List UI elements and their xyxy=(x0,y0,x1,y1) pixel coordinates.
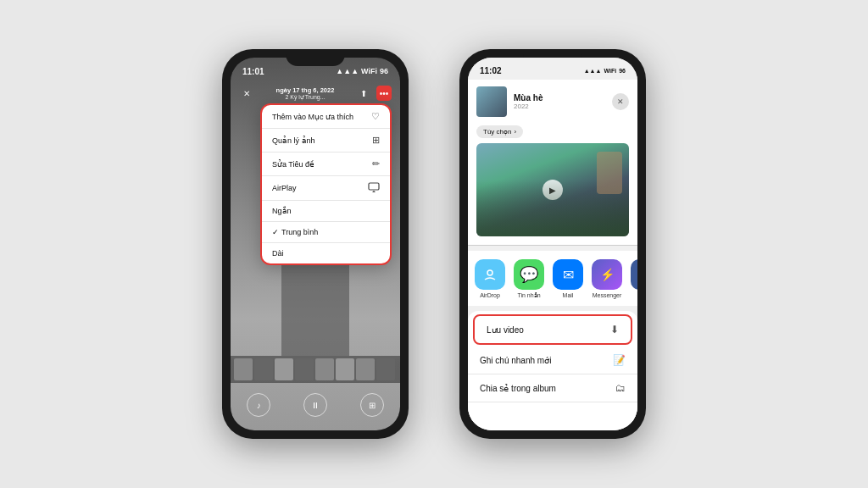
menu-label-edit-title: Sửa Tiêu đề xyxy=(272,160,372,169)
wifi-icon: WiFi xyxy=(361,67,377,75)
options-button[interactable]: Tùy chọn › xyxy=(476,125,523,138)
photo-preview: ▶ xyxy=(476,143,629,236)
check-icon: ✓ xyxy=(272,228,279,236)
dropdown-menu: Thêm vào Mục ưa thích ♡ Quản lý ảnh ⊞ Sử… xyxy=(260,103,392,265)
album-year: 2022 xyxy=(514,103,542,110)
signal-icon-2: ▲▲▲ xyxy=(584,68,602,74)
share-sheet: Mùa hè 2022 ✕ Tùy chọn › ▶ xyxy=(468,80,637,430)
film-thumb xyxy=(254,358,273,380)
menu-label-medium: Trung bình xyxy=(281,228,380,236)
preview-header-left: Mùa hè 2022 xyxy=(476,86,542,117)
phone1-background: 11:01 ▲▲▲ WiFi 96 ✕ ngày 17 thg 6, 2022 … xyxy=(231,58,400,430)
bottom-controls: ♪ ⏸ ⊞ xyxy=(231,393,400,417)
battery-icon: 96 xyxy=(380,67,388,75)
film-strip xyxy=(231,356,400,383)
airdrop-icon xyxy=(475,259,505,290)
save-video-wrapper: Lưu video ⬇ xyxy=(473,314,632,345)
film-thumb xyxy=(295,358,314,380)
album-title: Mùa hè xyxy=(514,93,542,103)
signal-icon: ▲▲▲ xyxy=(336,67,359,75)
toolbar-sublabel: 2 Ký lự Trung... xyxy=(285,94,325,101)
phone-1: 11:01 ▲▲▲ WiFi 96 ✕ ngày 17 thg 6, 2022 … xyxy=(222,49,409,439)
action-list: Lưu video ⬇ Ghi chú nhanh mới 📝 Chia sẻ … xyxy=(468,311,637,430)
options-label: Tùy chọn xyxy=(483,128,511,136)
close-icon[interactable]: ✕ xyxy=(239,86,254,101)
menu-item-long[interactable]: Dài xyxy=(262,243,390,263)
toolbar-right-icons: ⬆ ••• xyxy=(356,86,392,101)
screen-1: 11:01 ▲▲▲ WiFi 96 ✕ ngày 17 thg 6, 2022 … xyxy=(231,58,400,430)
preview-area: Mùa hè 2022 ✕ Tùy chọn › ▶ xyxy=(468,80,637,246)
share-album-label: Chia sẻ trong album xyxy=(480,384,556,393)
status-bar-2: 11:02 ▲▲▲ WiFi 96 xyxy=(468,58,637,80)
action-item-quick-note[interactable]: Ghi chú nhanh mới 📝 xyxy=(468,347,637,374)
menu-item-manage-photo[interactable]: Quản lý ảnh ⊞ xyxy=(262,129,390,152)
share-icon[interactable]: ⬆ xyxy=(356,86,371,101)
quick-note-icon: 📝 xyxy=(613,354,626,366)
film-thumb xyxy=(234,358,253,380)
menu-label-short: Ngắn xyxy=(272,207,380,215)
screen-2: 11:02 ▲▲▲ WiFi 96 Mùa hè 2022 xyxy=(468,58,637,430)
notch-1 xyxy=(286,49,345,66)
battery-icon-2: 96 xyxy=(619,68,626,74)
menu-item-airplay[interactable]: AirPlay xyxy=(262,176,390,201)
wifi-icon-2: WiFi xyxy=(604,68,616,74)
phone-2: 11:02 ▲▲▲ WiFi 96 Mùa hè 2022 xyxy=(459,49,646,439)
messenger-icon: ⚡ xyxy=(592,259,622,290)
menu-label-manage-photo: Quản lý ảnh xyxy=(272,136,372,145)
save-download-icon: ⬇ xyxy=(610,324,619,336)
menu-label-airplay: AirPlay xyxy=(272,184,368,192)
menu-label-add-favorite: Thêm vào Mục ưa thích xyxy=(272,113,371,121)
heart-icon: ♡ xyxy=(371,111,380,122)
more-options-icon[interactable]: ••• xyxy=(376,86,392,101)
edit-icon: ✏ xyxy=(372,158,380,169)
film-thumb xyxy=(356,358,375,380)
album-thumbnail xyxy=(476,86,507,117)
save-video-label: Lưu video xyxy=(487,325,524,335)
svg-rect-0 xyxy=(369,183,379,190)
share-app-mail[interactable]: ✉ Mail xyxy=(553,259,583,298)
menu-item-add-favorite[interactable]: Thêm vào Mục ưa thích ♡ xyxy=(262,105,390,129)
share-album-icon: 🗂 xyxy=(615,382,626,394)
film-thumb xyxy=(336,358,354,380)
airplay-icon xyxy=(368,182,380,194)
share-app-airdrop[interactable]: AirDrop xyxy=(475,259,505,298)
status-icons-2: ▲▲▲ WiFi 96 xyxy=(584,68,626,74)
film-thumb xyxy=(275,358,293,380)
svg-point-2 xyxy=(482,267,498,282)
svg-marker-1 xyxy=(371,191,376,192)
close-button[interactable]: ✕ xyxy=(612,93,629,110)
messages-label: Tin nhắn xyxy=(517,292,540,299)
manage-icon: ⊞ xyxy=(372,135,380,146)
share-app-messages[interactable]: 💬 Tin nhắn xyxy=(514,259,544,299)
share-app-messenger[interactable]: ⚡ Messenger xyxy=(592,259,622,298)
airdrop-label: AirDrop xyxy=(480,292,500,298)
toolbar-date: ngày 17 thg 6, 2022 xyxy=(276,86,335,94)
share-app-facebook[interactable]: f Fa... xyxy=(631,259,637,298)
album-info: Mùa hè 2022 xyxy=(514,93,542,110)
menu-item-edit-title[interactable]: Sửa Tiêu đề ✏ xyxy=(262,152,390,176)
status-icons-1: ▲▲▲ WiFi 96 xyxy=(336,67,388,75)
share-icons-row: AirDrop 💬 Tin nhắn ✉ Mail ⚡ xyxy=(468,251,637,306)
mail-icon: ✉ xyxy=(553,259,583,290)
facebook-icon: f xyxy=(631,259,637,290)
grid-button[interactable]: ⊞ xyxy=(360,393,384,417)
action-item-share-album[interactable]: Chia sẻ trong album 🗂 xyxy=(468,374,637,402)
menu-item-short[interactable]: Ngắn xyxy=(262,201,390,222)
menu-item-medium[interactable]: ✓ Trung bình xyxy=(262,222,390,243)
status-time-2: 11:02 xyxy=(480,66,502,75)
pause-button[interactable]: ⏸ xyxy=(303,393,327,417)
action-item-save-video[interactable]: Lưu video ⬇ xyxy=(475,316,631,343)
chevron-right-icon: › xyxy=(514,128,516,136)
mail-label: Mail xyxy=(563,292,574,298)
music-button[interactable]: ♪ xyxy=(247,393,270,417)
film-thumb xyxy=(376,358,395,380)
messenger-label: Messenger xyxy=(593,292,622,298)
film-thumb xyxy=(315,358,334,380)
status-time-1: 11:01 xyxy=(242,67,264,76)
preview-header: Mùa hè 2022 ✕ xyxy=(476,86,629,117)
toolbar-center: ngày 17 thg 6, 2022 2 Ký lự Trung... xyxy=(276,86,335,101)
menu-label-long: Dài xyxy=(272,249,380,258)
messages-icon: 💬 xyxy=(514,259,544,290)
quick-note-label: Ghi chú nhanh mới xyxy=(480,356,551,365)
